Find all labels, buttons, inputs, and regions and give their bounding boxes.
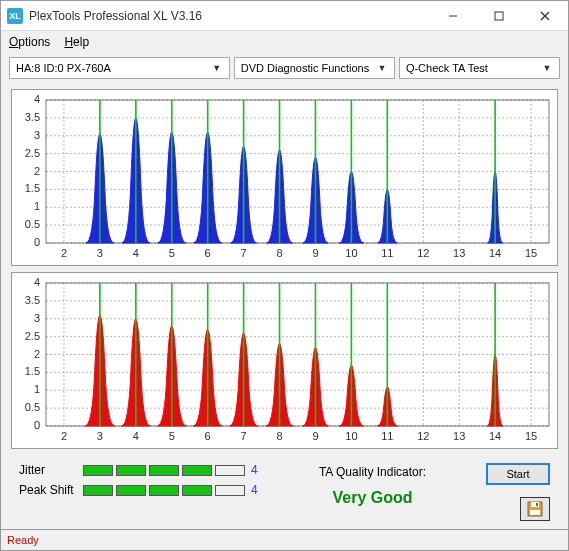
svg-text:4: 4	[133, 247, 139, 259]
chart-lower: 00.511.522.533.5423456789101112131415	[11, 272, 558, 449]
dropdown-row: HA:8 ID:0 PX-760A▼ DVD Diagnostic Functi…	[1, 53, 568, 83]
svg-text:0.5: 0.5	[25, 401, 40, 413]
svg-rect-107	[46, 283, 549, 426]
svg-text:1: 1	[34, 383, 40, 395]
titlebar: XL PlexTools Professional XL V3.16	[1, 1, 568, 31]
svg-text:2.5: 2.5	[25, 330, 40, 342]
svg-text:12: 12	[417, 430, 429, 442]
mode-select[interactable]: DVD Diagnostic Functions▼	[234, 57, 395, 79]
svg-text:3: 3	[97, 247, 103, 259]
peakshift-label: Peak Shift	[19, 483, 83, 497]
menu-help[interactable]: Help	[64, 35, 89, 49]
peakshift-value: 4	[245, 483, 259, 497]
window-title: PlexTools Professional XL V3.16	[29, 9, 430, 23]
chevron-down-icon: ▼	[539, 63, 555, 73]
close-button[interactable]	[522, 1, 568, 31]
svg-text:0: 0	[34, 419, 40, 431]
svg-text:11: 11	[381, 247, 393, 259]
svg-text:12: 12	[417, 247, 429, 259]
peakshift-bars	[83, 485, 245, 496]
quality-value: Very Good	[332, 489, 412, 507]
svg-text:9: 9	[312, 430, 318, 442]
svg-text:7: 7	[241, 247, 247, 259]
svg-text:1.5: 1.5	[25, 182, 40, 194]
jitter-bars	[83, 465, 245, 476]
svg-text:4: 4	[133, 430, 139, 442]
svg-text:6: 6	[205, 430, 211, 442]
svg-text:3: 3	[34, 312, 40, 324]
svg-rect-50	[46, 100, 549, 243]
svg-text:14: 14	[489, 247, 501, 259]
chevron-down-icon: ▼	[374, 63, 390, 73]
svg-text:13: 13	[453, 430, 465, 442]
svg-text:8: 8	[276, 430, 282, 442]
svg-text:8: 8	[276, 247, 282, 259]
svg-text:2: 2	[61, 430, 67, 442]
svg-text:0.5: 0.5	[25, 218, 40, 230]
svg-text:3.5: 3.5	[25, 294, 40, 306]
svg-text:1: 1	[34, 200, 40, 212]
chevron-down-icon: ▼	[209, 63, 225, 73]
test-select[interactable]: Q-Check TA Test▼	[399, 57, 560, 79]
svg-text:4: 4	[34, 276, 40, 288]
device-select[interactable]: HA:8 ID:0 PX-760A▼	[9, 57, 230, 79]
minimize-button[interactable]	[430, 1, 476, 31]
device-select-value: HA:8 ID:0 PX-760A	[16, 62, 111, 74]
svg-text:2: 2	[34, 348, 40, 360]
svg-text:2: 2	[61, 247, 67, 259]
app-icon: XL	[7, 8, 23, 24]
svg-text:11: 11	[381, 430, 393, 442]
test-select-value: Q-Check TA Test	[406, 62, 488, 74]
svg-text:1.5: 1.5	[25, 365, 40, 377]
mode-select-value: DVD Diagnostic Functions	[241, 62, 369, 74]
svg-text:6: 6	[205, 247, 211, 259]
chart-upper: 00.511.522.533.5423456789101112131415	[11, 89, 558, 266]
start-button[interactable]: Start	[486, 463, 550, 485]
svg-text:5: 5	[169, 247, 175, 259]
svg-text:13: 13	[453, 247, 465, 259]
svg-text:2.5: 2.5	[25, 147, 40, 159]
menubar: Options Help	[1, 31, 568, 53]
status-text: Ready	[7, 534, 39, 546]
maximize-button[interactable]	[476, 1, 522, 31]
svg-rect-120	[536, 503, 538, 506]
jitter-value: 4	[245, 463, 259, 477]
svg-text:5: 5	[169, 430, 175, 442]
svg-text:15: 15	[525, 430, 537, 442]
svg-text:10: 10	[345, 430, 357, 442]
svg-text:0: 0	[34, 236, 40, 248]
menu-options[interactable]: Options	[9, 35, 50, 49]
svg-text:14: 14	[489, 430, 501, 442]
statusbar: Ready	[1, 529, 568, 549]
svg-rect-1	[495, 12, 503, 20]
save-button[interactable]	[520, 497, 550, 521]
svg-text:10: 10	[345, 247, 357, 259]
svg-text:2: 2	[34, 165, 40, 177]
quality-label: TA Quality Indicator:	[319, 465, 426, 479]
save-icon	[527, 501, 543, 517]
svg-text:4: 4	[34, 93, 40, 105]
svg-text:9: 9	[312, 247, 318, 259]
svg-text:3: 3	[34, 129, 40, 141]
svg-text:3: 3	[97, 430, 103, 442]
svg-text:3.5: 3.5	[25, 111, 40, 123]
svg-text:7: 7	[241, 430, 247, 442]
svg-text:15: 15	[525, 247, 537, 259]
jitter-label: Jitter	[19, 463, 83, 477]
svg-rect-121	[530, 510, 540, 515]
